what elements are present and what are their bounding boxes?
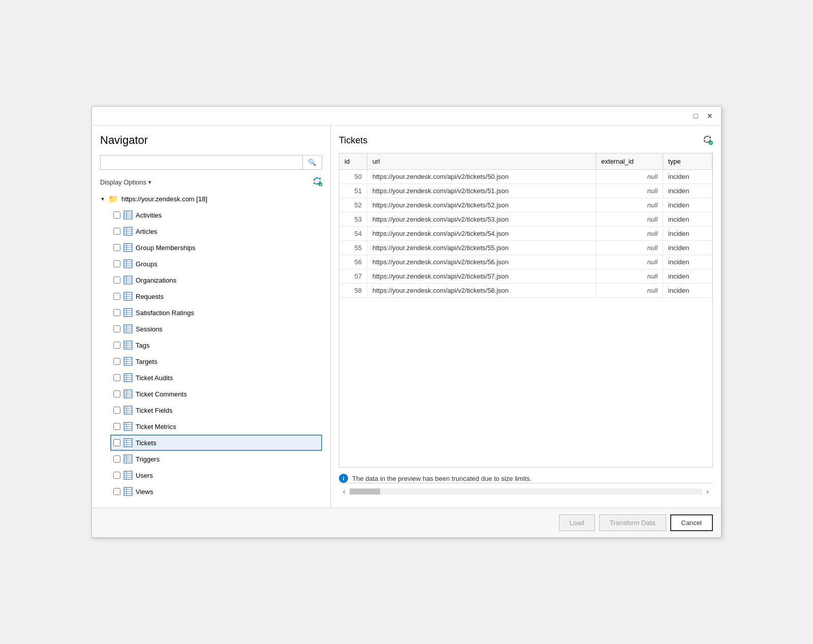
preview-refresh-icon: + <box>702 134 713 145</box>
tree-item-label: Triggers <box>136 455 160 463</box>
tree-item[interactable]: Views <box>110 483 322 500</box>
load-button[interactable]: Load <box>559 514 595 531</box>
tree-item-label: Targets <box>136 358 158 365</box>
cell-id: 50 <box>339 170 367 184</box>
tree-item-checkbox[interactable] <box>113 325 120 332</box>
tree-item[interactable]: Tickets <box>110 435 322 451</box>
tree-item-label: Groups <box>136 260 158 268</box>
tree-item[interactable]: Activities <box>110 207 322 223</box>
cell-external-id: null <box>596 212 663 227</box>
truncation-notice: i The data in the preview has been trunc… <box>339 474 713 483</box>
table-icon <box>123 373 133 382</box>
tree-item-checkbox[interactable] <box>113 407 120 414</box>
title-bar-controls: □ ✕ <box>691 111 715 121</box>
tree-item-label: Users <box>136 472 153 479</box>
tree-item[interactable]: Ticket Metrics <box>110 418 322 435</box>
table-icon <box>123 471 133 480</box>
cell-url: https://your.zendesk.com/api/v2/tickets/… <box>367 269 596 284</box>
tree-item[interactable]: Groups <box>110 256 322 272</box>
tree-item-label: Ticket Fields <box>136 407 172 414</box>
scroll-left-button[interactable]: ‹ <box>339 485 350 498</box>
table-icon <box>123 487 133 496</box>
tree-item[interactable]: Articles <box>110 223 322 239</box>
tree-item[interactable]: Tags <box>110 337 322 353</box>
display-options-button[interactable]: Display Options ▾ <box>100 178 151 186</box>
cancel-button[interactable]: Cancel <box>670 514 713 531</box>
col-url: url <box>367 154 596 170</box>
tree-item[interactable]: Sessions <box>110 321 322 337</box>
tree-item-checkbox[interactable] <box>113 390 120 397</box>
cell-external-id: null <box>596 269 663 284</box>
tree-item[interactable]: Group Memberships <box>110 239 322 256</box>
tree-item-checkbox[interactable] <box>113 260 120 267</box>
table-icon <box>123 422 133 431</box>
tree-item[interactable]: Requests <box>110 288 322 304</box>
tree-root[interactable]: ▼ 📁 https://your.zendesk.com [18] <box>100 193 322 205</box>
tree-item-checkbox[interactable] <box>113 439 120 446</box>
footer: Load Transform Data Cancel <box>92 508 721 537</box>
tree-collapse-icon: ▼ <box>100 196 105 202</box>
cell-type: inciden <box>663 227 712 241</box>
table-icon <box>123 292 133 301</box>
cell-type: inciden <box>663 255 712 269</box>
tree-item[interactable]: Ticket Fields <box>110 402 322 418</box>
search-button[interactable]: 🔍 <box>302 156 322 169</box>
cell-external-id: null <box>596 241 663 255</box>
table-icon <box>123 275 133 285</box>
table-row: 55https://your.zendesk.com/api/v2/ticket… <box>339 241 712 255</box>
table-row: 58https://your.zendesk.com/api/v2/ticket… <box>339 284 712 298</box>
left-panel-refresh-button[interactable]: + <box>312 176 322 188</box>
table-row: 51https://your.zendesk.com/api/v2/ticket… <box>339 184 712 198</box>
tree-item[interactable]: Users <box>110 467 322 483</box>
tree-item-label: Sessions <box>136 325 163 333</box>
transform-data-button[interactable]: Transform Data <box>599 514 666 531</box>
tree-item-label: Tickets <box>136 439 157 447</box>
tree-item-checkbox[interactable] <box>113 423 120 430</box>
minimize-button[interactable]: □ <box>691 111 701 121</box>
preview-refresh-button[interactable]: + <box>702 134 713 147</box>
svg-text:+: + <box>320 183 322 186</box>
app-title: Navigator <box>100 134 322 147</box>
tree-item-checkbox[interactable] <box>113 309 120 316</box>
table-icon <box>123 357 133 366</box>
cell-url: https://your.zendesk.com/api/v2/tickets/… <box>367 227 596 241</box>
table-icon <box>123 406 133 415</box>
tree-item-checkbox[interactable] <box>113 358 120 365</box>
tree-item-checkbox[interactable] <box>113 455 120 463</box>
tree-item-checkbox[interactable] <box>113 293 120 300</box>
tree-item[interactable]: Triggers <box>110 451 322 467</box>
col-external-id: external_id <box>596 154 663 170</box>
tree-item-checkbox[interactable] <box>113 472 120 479</box>
tree-item-checkbox[interactable] <box>113 277 120 284</box>
tree-item-label: Activities <box>136 211 162 219</box>
close-button[interactable]: ✕ <box>705 111 715 121</box>
cell-type: inciden <box>663 170 712 184</box>
tree-item-label: Satisfaction Ratings <box>136 309 194 317</box>
tree-item-label: Views <box>136 488 153 496</box>
tree-item-checkbox[interactable] <box>113 244 120 251</box>
scroll-track[interactable] <box>350 488 703 495</box>
tree-item-label: Articles <box>136 228 158 235</box>
truncation-text: The data in the preview has been truncat… <box>352 475 531 482</box>
preview-header: Tickets + <box>339 134 713 147</box>
search-input[interactable] <box>101 156 302 169</box>
scroll-right-button[interactable]: › <box>702 485 713 498</box>
cell-external-id: null <box>596 284 663 298</box>
tree-item[interactable]: Organizations <box>110 272 322 288</box>
tree-item-checkbox[interactable] <box>113 342 120 349</box>
tree-item-checkbox[interactable] <box>113 374 120 381</box>
tree-item-checkbox[interactable] <box>113 211 120 219</box>
cell-type: inciden <box>663 269 712 284</box>
tree-item[interactable]: Ticket Audits <box>110 370 322 386</box>
tree-item[interactable]: Targets <box>110 353 322 370</box>
folder-icon: 📁 <box>108 194 118 204</box>
tree-item[interactable]: Ticket Comments <box>110 386 322 402</box>
tree-item-checkbox[interactable] <box>113 488 120 495</box>
tree-item-checkbox[interactable] <box>113 228 120 235</box>
tree-item-label: Ticket Audits <box>136 374 173 382</box>
table-icon <box>123 324 133 333</box>
cell-external-id: null <box>596 184 663 198</box>
cell-type: inciden <box>663 241 712 255</box>
tree-item[interactable]: Satisfaction Ratings <box>110 304 322 321</box>
table-icon <box>123 454 133 464</box>
